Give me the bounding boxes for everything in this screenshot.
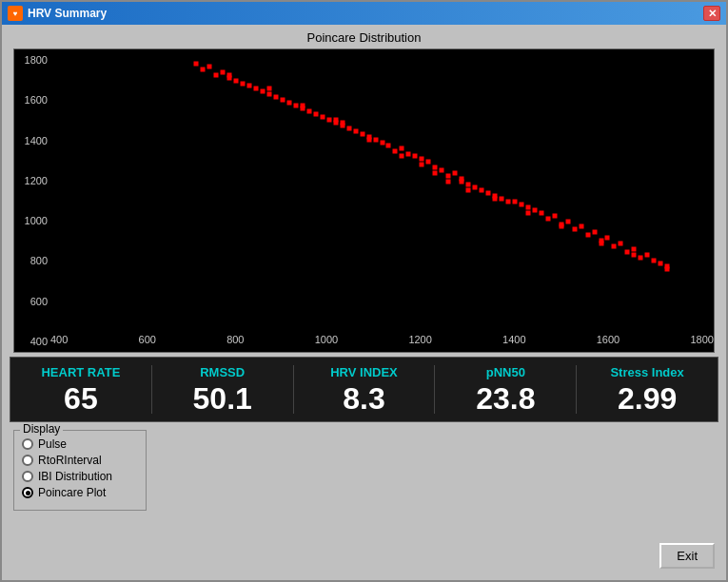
scatter-dot bbox=[525, 204, 530, 209]
scatter-dot bbox=[433, 165, 438, 170]
stat-value: 8.3 bbox=[343, 383, 384, 414]
scatter-dot bbox=[519, 202, 523, 206]
svg-text:♥: ♥ bbox=[13, 10, 18, 18]
y-axis: 18001600140012001000800600400 bbox=[14, 49, 50, 352]
scatter-dot bbox=[433, 171, 438, 176]
scatter-dot bbox=[545, 216, 550, 221]
scatter-dot bbox=[466, 188, 471, 193]
scatter-dot bbox=[466, 183, 471, 187]
x-axis-label: 1200 bbox=[408, 334, 431, 350]
radio-circle bbox=[22, 438, 33, 450]
scatter-dot bbox=[446, 174, 451, 179]
x-axis-label: 1400 bbox=[502, 334, 525, 350]
stat-value: 50.1 bbox=[193, 383, 252, 414]
scatter-dot bbox=[326, 118, 331, 123]
scatter-dot bbox=[366, 137, 371, 142]
radio-option[interactable]: Poincare Plot bbox=[22, 486, 136, 499]
close-button[interactable]: ✕ bbox=[703, 6, 720, 21]
scatter-dot bbox=[625, 250, 630, 255]
y-axis-label: 400 bbox=[17, 336, 48, 347]
scatter-dot bbox=[214, 72, 219, 77]
scatter-dot bbox=[619, 242, 623, 246]
radio-dot bbox=[26, 491, 30, 495]
radio-circle bbox=[22, 455, 33, 466]
scatter-dot bbox=[665, 266, 670, 271]
scatter-dot bbox=[333, 118, 338, 123]
scatter-dot bbox=[420, 157, 424, 162]
stat-label: HRV INDEX bbox=[330, 365, 398, 379]
stat-label: HEART RATE bbox=[41, 365, 120, 379]
radio-label: IBI Distribution bbox=[38, 470, 112, 483]
scatter-dot bbox=[340, 120, 344, 125]
stat-value: 23.8 bbox=[476, 383, 535, 414]
plot-area: 40060080010001200140016001800 bbox=[50, 49, 714, 352]
scatter-dot bbox=[267, 92, 272, 97]
y-axis-label: 1200 bbox=[17, 175, 48, 186]
stat-value: 65 bbox=[64, 383, 98, 414]
x-axis: 40060080010001200140016001800 bbox=[50, 331, 714, 352]
scatter-dot bbox=[221, 69, 226, 74]
stat-label: pNN50 bbox=[486, 365, 525, 379]
y-axis-label: 800 bbox=[17, 255, 48, 266]
exit-button[interactable]: Exit bbox=[659, 543, 715, 569]
scatter-dot bbox=[532, 207, 537, 212]
scatter-dot bbox=[453, 171, 458, 176]
scatter-dot bbox=[539, 210, 543, 215]
scatter-dot bbox=[599, 242, 603, 246]
scatter-dot bbox=[632, 247, 637, 252]
title-bar-left: ♥ HRV Summary bbox=[8, 6, 107, 21]
stat-value: 2.99 bbox=[618, 383, 677, 414]
stat-item: pNN5023.8 bbox=[435, 365, 577, 414]
scatter-dot bbox=[612, 244, 617, 249]
scatter-dot bbox=[393, 148, 398, 153]
scatter-dot bbox=[300, 104, 305, 108]
y-axis-label: 1000 bbox=[17, 215, 48, 226]
scatter-dot bbox=[261, 89, 266, 94]
chart-area: 18001600140012001000800600400 4006008001… bbox=[13, 48, 715, 353]
stat-label: Stress Index bbox=[610, 365, 683, 379]
scatter-dot bbox=[406, 151, 411, 156]
scatter-dot bbox=[499, 196, 503, 201]
scatter-dot bbox=[293, 104, 298, 108]
scatter-dot bbox=[565, 219, 570, 223]
y-axis-label: 1600 bbox=[17, 94, 48, 106]
scatter-dot bbox=[353, 128, 358, 133]
scatter-dot bbox=[227, 72, 232, 77]
x-axis-label: 1800 bbox=[690, 334, 713, 350]
scatter-dot bbox=[346, 126, 351, 130]
scatter-dot bbox=[505, 199, 510, 204]
radio-option[interactable]: IBI Distribution bbox=[22, 470, 136, 483]
radio-list: PulseRtoRIntervalIBI DistributionPoincar… bbox=[22, 437, 136, 499]
scatter-dot bbox=[440, 168, 444, 173]
app-window: ♥ HRV Summary ✕ Poincare Distribution 18… bbox=[0, 0, 728, 582]
scatter-dot bbox=[286, 101, 291, 106]
bottom-area: Display PulseRtoRIntervalIBI Distributio… bbox=[6, 426, 722, 576]
scatter-dot bbox=[639, 256, 643, 261]
x-axis-label: 400 bbox=[50, 334, 68, 350]
scatter-dot bbox=[313, 112, 318, 117]
scatter-dot bbox=[645, 253, 650, 258]
radio-option[interactable]: RtoRInterval bbox=[22, 454, 136, 467]
stat-item: HEART RATE65 bbox=[10, 365, 152, 414]
scatter-dot bbox=[585, 233, 590, 238]
y-axis-label: 1800 bbox=[17, 54, 48, 66]
scatter-dot bbox=[512, 199, 517, 204]
radio-option[interactable]: Pulse bbox=[22, 437, 136, 451]
scatter-dot bbox=[492, 196, 497, 201]
scatter-dot bbox=[659, 261, 663, 265]
chart-title: Poincare Distribution bbox=[6, 29, 722, 48]
scatter-dot bbox=[460, 180, 464, 184]
stat-item: HRV INDEX8.3 bbox=[294, 365, 436, 414]
chart-container: Poincare Distribution 180016001400120010… bbox=[6, 29, 722, 353]
scatter-dot bbox=[480, 188, 484, 193]
scatter-dot bbox=[552, 213, 557, 218]
scatter-dot bbox=[380, 140, 384, 145]
scatter-dot bbox=[413, 154, 418, 159]
scatter-dot bbox=[486, 190, 491, 195]
scatter-dot bbox=[572, 227, 577, 232]
scatter-dot bbox=[386, 143, 391, 147]
y-axis-label: 600 bbox=[17, 296, 48, 307]
scatter-dot bbox=[194, 61, 199, 66]
scatter-dot bbox=[473, 185, 478, 190]
radio-label: Poincare Plot bbox=[38, 486, 106, 499]
